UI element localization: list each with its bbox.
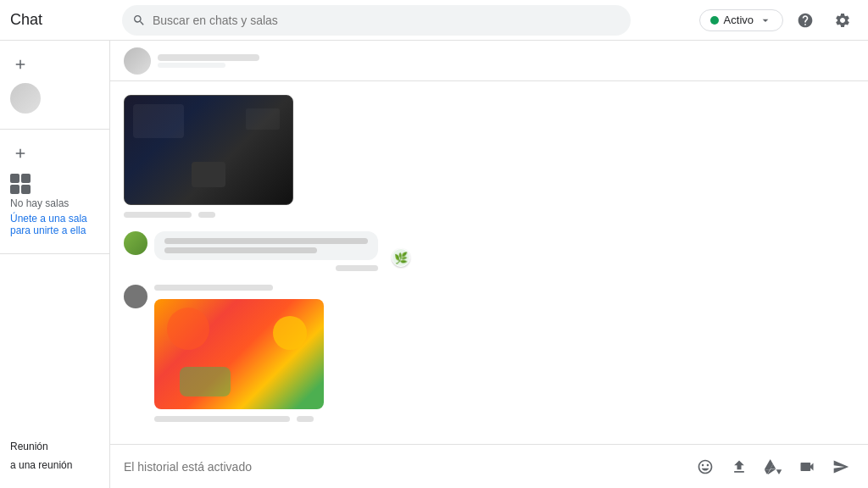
message-content-3 <box>154 285 324 422</box>
main-layout: No hay salas Únete a una sala para unirt… <box>0 41 868 488</box>
app-title: Chat <box>10 11 112 29</box>
meeting-item-label-2: a una reunión <box>10 459 72 471</box>
message-content-1 <box>124 95 293 218</box>
top-bar-right: Activo <box>699 5 858 36</box>
meeting-item-2[interactable]: a una reunión <box>10 456 99 474</box>
meet-icon <box>798 458 815 475</box>
top-bar: Chat Activo <box>0 0 868 41</box>
chat-messages: 🌿 <box>110 81 868 444</box>
meet-button[interactable] <box>793 453 821 480</box>
chat-header-sub-blur <box>158 63 225 68</box>
upload-icon <box>731 458 748 475</box>
drive-button[interactable] <box>760 453 787 480</box>
caption-blur-1 <box>124 212 192 218</box>
sidebar-divider1 <box>0 129 109 130</box>
search-icon <box>132 14 146 27</box>
sidebar: No hay salas Únete a una sala para unirt… <box>0 41 110 488</box>
status-dot <box>710 16 719 25</box>
message-image-food <box>154 299 324 409</box>
settings-button[interactable] <box>827 5 858 36</box>
message-input[interactable] <box>124 460 685 474</box>
meeting-section: Reunión a una reunión <box>0 430 109 481</box>
sidebar-divider2 <box>0 253 109 254</box>
rooms-section-header <box>0 140 109 167</box>
sender-name-blur-3 <box>154 285 273 291</box>
emoji-button[interactable] <box>692 453 719 480</box>
rooms-empty-section: No hay salas Únete a una sala para unirt… <box>0 167 109 243</box>
meeting-item-1[interactable]: Reunión <box>10 437 99 456</box>
text-blur-2a <box>164 238 368 244</box>
input-bar <box>110 444 868 488</box>
new-room-button[interactable] <box>10 143 31 164</box>
meeting-item-label-1: Reunión <box>10 441 48 452</box>
caption-blur-3 <box>154 416 290 422</box>
rooms-section: No hay salas Únete a una sala para unirt… <box>0 136 109 247</box>
rooms-grid-icon <box>10 174 31 194</box>
chat-header-name-blur <box>158 54 259 61</box>
emoji-icon <box>697 458 714 475</box>
message-row-1 <box>124 95 854 218</box>
chats-section-header <box>0 51 109 78</box>
help-button[interactable] <box>790 5 821 36</box>
help-icon <box>797 12 814 29</box>
chats-section <box>0 47 109 122</box>
chat-header <box>110 41 868 81</box>
reaction-row <box>154 265 378 271</box>
send-button[interactable] <box>827 453 854 480</box>
message-group-2: 🌿 <box>124 231 854 271</box>
rooms-empty-text: No hay salas <box>10 197 99 209</box>
reaction-emoji[interactable]: 🌿 <box>392 248 410 267</box>
message-row-3 <box>124 285 854 422</box>
reaction-container: 🌿 <box>385 231 410 267</box>
sender-avatar-3 <box>124 285 147 308</box>
caption-time-3 <box>297 416 314 422</box>
message-group-3 <box>124 285 854 422</box>
add-icon <box>13 57 28 72</box>
avatar-contact1 <box>10 83 41 114</box>
status-button[interactable]: Activo <box>699 9 783 31</box>
add-room-icon <box>13 146 28 161</box>
text-blur-2b <box>164 247 317 253</box>
chat-header-avatar <box>124 47 151 75</box>
search-bar[interactable] <box>122 5 631 36</box>
chat-area: 🌿 <box>110 41 868 488</box>
message-group-1 <box>124 95 854 218</box>
reaction-blur <box>336 265 378 271</box>
chevron-down-icon <box>759 14 772 27</box>
image-caption-row-3 <box>154 416 324 422</box>
message-row-2: 🌿 <box>124 231 854 271</box>
upload-button[interactable] <box>726 453 753 480</box>
rooms-join-link[interactable]: Únete a una sala para unirte a ella <box>10 213 99 236</box>
drive-icon <box>765 458 782 475</box>
status-label: Activo <box>724 14 754 26</box>
new-chat-button[interactable] <box>10 54 31 75</box>
caption-time-1 <box>198 212 215 218</box>
message-image-dark <box>124 95 293 205</box>
gear-icon <box>834 12 851 29</box>
sender-avatar-2 <box>124 231 147 255</box>
send-icon <box>832 458 849 475</box>
sidebar-item-contact1[interactable] <box>0 78 103 119</box>
message-content-2 <box>154 231 378 271</box>
image-caption-row-1 <box>124 212 293 218</box>
search-input[interactable] <box>153 14 620 27</box>
